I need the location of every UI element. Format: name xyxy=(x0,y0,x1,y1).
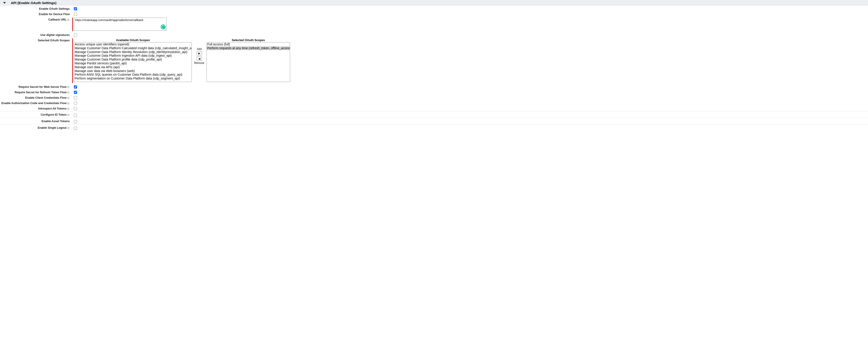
single-logout-checkbox[interactable] xyxy=(74,127,77,130)
available-scopes-list[interactable]: Access unique user identifiers (openid)M… xyxy=(74,42,192,82)
remove-label: Remove xyxy=(194,61,204,65)
help-icon[interactable]: ? xyxy=(67,91,70,94)
label-callback-url: Callback URL xyxy=(48,18,67,21)
require-secret-refresh-checkbox[interactable] xyxy=(74,91,77,94)
label-introspect: Introspect All Tokens xyxy=(38,107,67,110)
callback-url-input[interactable] xyxy=(74,18,166,31)
required-indicator xyxy=(72,18,73,31)
label-require-secret-web: Require Secret for Web Server Flow xyxy=(19,85,66,89)
configure-id-token-checkbox[interactable] xyxy=(74,113,77,117)
scope-option[interactable]: Access unique user identifiers (openid) xyxy=(74,42,192,46)
scope-option[interactable]: Manage Customer Data Platform Identity R… xyxy=(74,50,192,54)
client-credentials-checkbox[interactable] xyxy=(74,96,77,99)
help-icon[interactable]: ? xyxy=(67,102,70,105)
scope-option[interactable]: Manage user data via Web browsers (web) xyxy=(74,69,192,73)
help-icon[interactable]: ? xyxy=(67,113,70,116)
require-secret-web-checkbox[interactable] xyxy=(74,85,77,89)
label-enable-oauth: Enable OAuth Settings xyxy=(39,7,70,10)
help-icon[interactable]: ? xyxy=(67,86,70,89)
enable-oauth-checkbox[interactable] xyxy=(74,7,77,10)
scope-option[interactable]: Perform requests at any time (refresh_to… xyxy=(207,46,290,50)
help-icon[interactable]: ? xyxy=(67,97,70,99)
label-client-credentials: Enable Client Credentials Flow xyxy=(25,96,67,99)
asset-tokens-checkbox[interactable] xyxy=(74,120,77,123)
add-label: Add xyxy=(197,47,202,51)
digital-signatures-checkbox[interactable] xyxy=(74,33,77,37)
collapse-icon[interactable] xyxy=(3,2,6,4)
scope-option[interactable]: Manage Customer Data Platform Calculated… xyxy=(74,46,192,50)
help-icon[interactable]: ? xyxy=(67,19,70,21)
selected-scopes-header: Selected OAuth Scopes xyxy=(232,38,265,42)
auth-code-cred-checkbox[interactable] xyxy=(74,102,77,105)
introspect-tokens-checkbox[interactable] xyxy=(74,107,77,110)
label-enable-device-flow: Enable for Device Flow xyxy=(39,13,70,16)
scope-option[interactable]: Manage Customer Data Platform profile da… xyxy=(74,58,192,61)
scope-option[interactable]: Manage Customer Data Platform Ingestion … xyxy=(74,54,192,58)
label-digital-signatures: Use digital signatures xyxy=(40,33,70,37)
scope-option[interactable]: Manage Pardot services (pardot_api) xyxy=(74,61,192,65)
enable-device-flow-checkbox[interactable] xyxy=(74,13,77,16)
available-scopes-header: Available OAuth Scopes xyxy=(116,38,150,42)
section-title: API (Enable OAuth Settings) xyxy=(11,1,57,5)
label-configure-id-token: Configure ID Token xyxy=(41,113,66,116)
selected-scopes-list[interactable]: Full access (full)Perform requests at an… xyxy=(207,42,290,82)
scope-option[interactable]: Perform ANSI SQL queries on Customer Dat… xyxy=(74,73,192,76)
help-icon[interactable]: ? xyxy=(67,127,70,129)
add-scope-button[interactable]: ▶ xyxy=(196,51,202,56)
label-auth-code-cred: Enable Authorization Code and Credential… xyxy=(1,102,66,105)
label-selected-scopes: Selected OAuth Scopes xyxy=(38,39,70,42)
remove-scope-button[interactable]: ◀ xyxy=(196,57,202,61)
scope-option[interactable]: Perform segmentation on Customer Data Pl… xyxy=(74,76,192,80)
help-icon[interactable]: ? xyxy=(67,107,70,110)
label-single-logout: Enable Single Logout xyxy=(38,126,67,129)
section-header[interactable]: API (Enable OAuth Settings) xyxy=(0,0,868,6)
scope-option[interactable]: Manage user data via APIs (api) xyxy=(74,65,192,69)
label-require-secret-refresh: Require Secret for Refresh Token Flow xyxy=(15,91,67,94)
required-indicator xyxy=(72,38,73,83)
label-asset-tokens: Enable Asset Tokens xyxy=(41,120,70,123)
scope-option[interactable]: Full access (full) xyxy=(207,42,290,46)
